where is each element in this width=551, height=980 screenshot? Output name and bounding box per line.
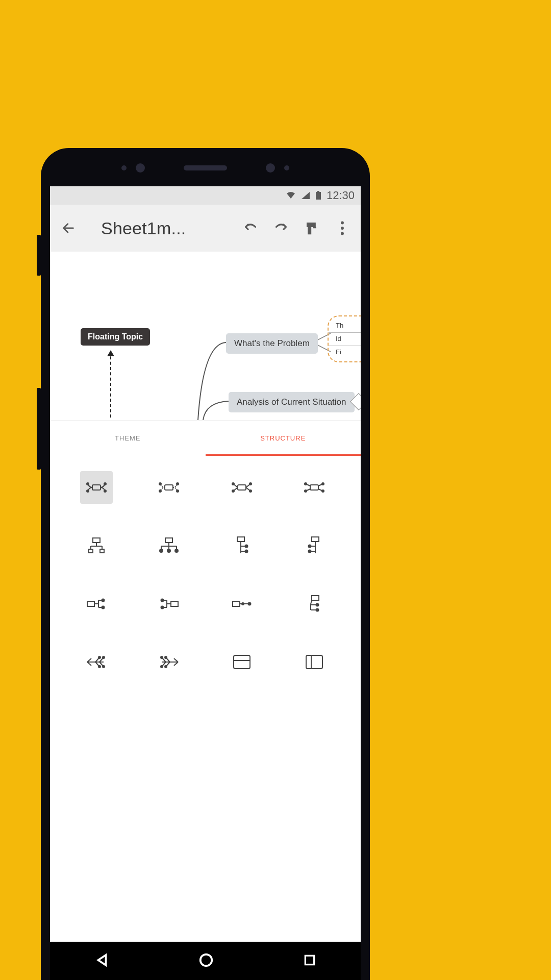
svg-point-21 bbox=[305, 483, 307, 485]
structure-option-mindmap-1[interactable] bbox=[80, 471, 113, 504]
phone-volume-button-2 bbox=[37, 388, 41, 470]
svg-point-48 bbox=[316, 604, 318, 606]
more-menu-button[interactable] bbox=[334, 220, 350, 236]
svg-point-14 bbox=[177, 490, 179, 492]
redo-button[interactable] bbox=[273, 220, 289, 236]
svg-point-12 bbox=[159, 490, 161, 492]
back-button[interactable] bbox=[60, 220, 77, 236]
svg-point-56 bbox=[165, 666, 167, 668]
side-item: Fi bbox=[336, 347, 360, 358]
svg-point-34 bbox=[245, 550, 247, 553]
svg-rect-47 bbox=[312, 596, 319, 600]
screen: 12:30 Sheet1m... bbox=[50, 186, 361, 980]
wifi-icon bbox=[286, 191, 296, 200]
floating-topic-node[interactable]: Floating Topic bbox=[81, 328, 150, 346]
structure-option-logic-1[interactable] bbox=[80, 587, 113, 620]
svg-point-4 bbox=[341, 232, 344, 235]
signal-icon bbox=[301, 191, 310, 200]
svg-point-53 bbox=[103, 666, 105, 668]
undo-button[interactable] bbox=[242, 220, 259, 236]
nav-back-button[interactable] bbox=[94, 952, 110, 970]
svg-point-16 bbox=[232, 483, 234, 485]
svg-point-51 bbox=[103, 656, 105, 658]
svg-point-22 bbox=[305, 490, 307, 492]
structure-option-fishbone-left[interactable] bbox=[80, 646, 113, 678]
svg-rect-26 bbox=[89, 549, 93, 553]
svg-rect-20 bbox=[310, 485, 318, 490]
svg-point-24 bbox=[322, 490, 324, 492]
svg-rect-44 bbox=[233, 601, 240, 606]
mindmap-node[interactable]: Analysis of Current Situation bbox=[229, 392, 355, 412]
svg-rect-0 bbox=[316, 192, 321, 200]
nav-recent-button[interactable] bbox=[303, 953, 316, 969]
structure-option-matrix-2[interactable] bbox=[298, 646, 331, 678]
svg-rect-58 bbox=[234, 655, 250, 669]
svg-point-41 bbox=[161, 599, 164, 602]
app-toolbar: Sheet1m... bbox=[50, 205, 361, 252]
svg-point-8 bbox=[104, 483, 106, 485]
side-item: Id bbox=[336, 334, 360, 345]
mindmap-side-group[interactable]: Th Id Fi bbox=[328, 315, 361, 362]
svg-point-33 bbox=[245, 545, 247, 548]
svg-point-9 bbox=[104, 490, 106, 492]
structure-option-logic-3[interactable] bbox=[226, 587, 258, 620]
svg-rect-25 bbox=[93, 538, 100, 543]
svg-point-6 bbox=[87, 483, 89, 485]
structure-grid bbox=[50, 456, 361, 685]
svg-point-39 bbox=[102, 599, 105, 602]
svg-point-18 bbox=[249, 483, 252, 485]
svg-point-49 bbox=[316, 609, 318, 611]
document-title[interactable]: Sheet1m... bbox=[101, 218, 228, 238]
structure-option-logic-4[interactable] bbox=[298, 587, 331, 620]
structure-option-mindmap-4[interactable] bbox=[298, 471, 331, 504]
svg-rect-38 bbox=[87, 601, 94, 606]
svg-rect-15 bbox=[238, 485, 246, 490]
svg-point-57 bbox=[161, 666, 163, 668]
svg-point-36 bbox=[308, 545, 311, 548]
side-item: Th bbox=[336, 321, 360, 331]
structure-option-fishbone-right[interactable] bbox=[153, 646, 185, 678]
svg-point-45 bbox=[242, 603, 244, 605]
svg-point-54 bbox=[165, 656, 167, 658]
structure-option-orgchart-2[interactable] bbox=[153, 529, 185, 562]
structure-option-orgchart-3[interactable] bbox=[226, 529, 258, 562]
svg-point-29 bbox=[160, 549, 163, 552]
tab-theme[interactable]: THEME bbox=[50, 421, 206, 456]
tab-structure[interactable]: STRUCTURE bbox=[206, 421, 361, 456]
structure-option-orgchart-1[interactable] bbox=[80, 529, 113, 562]
phone-speaker bbox=[41, 163, 370, 173]
structure-option-mindmap-2[interactable] bbox=[153, 471, 185, 504]
svg-point-11 bbox=[159, 483, 161, 485]
clock-text: 12:30 bbox=[327, 189, 355, 202]
format-button[interactable] bbox=[304, 220, 320, 236]
svg-point-50 bbox=[98, 656, 101, 658]
svg-point-23 bbox=[322, 483, 324, 485]
status-bar: 12:30 bbox=[50, 186, 361, 205]
structure-option-mindmap-3[interactable] bbox=[226, 471, 258, 504]
svg-rect-59 bbox=[306, 655, 322, 669]
mindmap-node[interactable]: What's the Problem bbox=[226, 333, 318, 354]
svg-point-2 bbox=[341, 222, 344, 225]
svg-point-3 bbox=[341, 227, 344, 230]
panel-tabs: THEME STRUCTURE bbox=[50, 420, 361, 456]
svg-rect-5 bbox=[92, 485, 101, 490]
phone-frame: 12:30 Sheet1m... bbox=[41, 148, 370, 980]
svg-rect-61 bbox=[305, 955, 314, 964]
structure-option-logic-2[interactable] bbox=[153, 587, 185, 620]
svg-rect-27 bbox=[100, 549, 104, 553]
nav-home-button[interactable] bbox=[198, 952, 214, 970]
battery-icon bbox=[315, 191, 321, 200]
svg-rect-35 bbox=[312, 537, 319, 542]
svg-point-19 bbox=[249, 490, 252, 492]
structure-option-orgchart-4[interactable] bbox=[298, 529, 331, 562]
svg-point-30 bbox=[167, 549, 170, 552]
dashed-arrow-line bbox=[110, 351, 111, 418]
svg-point-42 bbox=[161, 606, 164, 609]
svg-point-52 bbox=[98, 666, 101, 668]
structure-option-matrix-1[interactable] bbox=[226, 646, 258, 678]
svg-point-37 bbox=[308, 550, 311, 553]
mindmap-canvas[interactable]: Floating Topic What's the Problem Analys… bbox=[50, 252, 361, 420]
svg-rect-10 bbox=[165, 485, 173, 490]
svg-point-60 bbox=[201, 954, 212, 966]
svg-point-7 bbox=[87, 490, 89, 492]
